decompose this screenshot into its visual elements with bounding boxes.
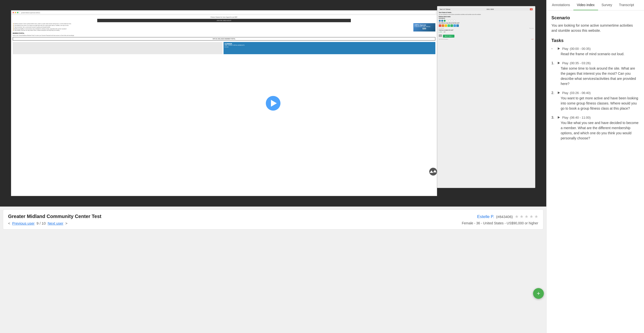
task-item-0: - Play (00:00 - 00:35) Read the frame of… [552,47,639,57]
task-play-btn-2[interactable] [557,91,561,95]
join-btn-sim: JOIN FOR JUNE-AUGUST [97,19,351,22]
task-desc-1: Take some time to look around the site. … [561,66,639,86]
browser-bar: greatermidland.org/virtual-wellness [11,10,437,15]
scenario-heading: Scenario [552,15,639,20]
very-difficult-label: Very difficult [439,27,444,29]
pagination: 9 / 10 [36,221,46,225]
task-play-btn-3[interactable] [557,115,561,119]
task-play-btn-1[interactable] [557,61,561,65]
task-play-icon-0 [558,47,560,50]
task-desc-0: Read the frame of mind scenario out loud… [561,51,639,57]
diff-5[interactable]: 5 [450,24,453,27]
close-dot [13,12,14,13]
maximize-dot [17,12,18,13]
task-time-2: (03:26 - 06:40) [570,91,590,95]
star-5[interactable]: ★ [534,214,538,219]
play-button[interactable] [266,96,280,111]
info-panel: Greater Midland Community Center Test < … [3,209,543,230]
ui-badge: UI [530,8,532,10]
scroll-up-button[interactable] [429,168,437,176]
star-rating[interactable]: ★ ★ ★ ★ ★ [515,214,538,219]
nav-less-than: < [8,221,10,225]
yes-btn[interactable]: ● YES [439,31,442,33]
dot-2 [441,20,443,22]
task-time-3: (06:40 - 11:00) [570,116,590,119]
user-id: (#843406) [496,215,513,219]
dot-3 [444,20,446,22]
prev-task-btn[interactable]: < [439,34,442,37]
task-label-1: Play [562,61,568,65]
task-time-1: (00:35 - 03:26) [570,61,590,65]
task-play-icon-2 [558,91,560,94]
tabs-row: Annotations Video index Survey Transcrip… [546,0,644,10]
diff-2[interactable]: 2 [442,24,444,27]
difficulty-bar: 1 2 3 4 5 6 7 [439,24,534,27]
right-panel: Annotations Video index Survey Transcrip… [546,0,644,333]
dot-5 [448,20,450,22]
task-label-2: Play [562,91,568,95]
tab-video-index[interactable]: Video index [574,0,598,10]
frame-title: Your frame of mind... [439,12,534,13]
nav-sim: < NEXT TASK > [439,34,534,37]
task-row-3: 3. Play (06:40 - 11:00) [552,115,639,119]
dot-4 [446,20,448,22]
task-overlay-panel: Task 2 of 7 (Shrine) 03:31 / 30:00 UI Yo… [437,6,535,188]
task-num-0: - [552,47,555,50]
task-row-2: 2. Play (03:26 - 06:40) [552,91,639,95]
diff-6[interactable]: 6 [454,24,456,27]
video-wrapper: greatermidland.org/virtual-wellness Fitn… [0,0,546,207]
previous-user-link[interactable]: Previous user [12,221,35,225]
video-content: greatermidland.org/virtual-wellness Fitn… [0,0,546,207]
time-limit-label: Time limit: 30 minutes [439,38,448,40]
quit-btn[interactable]: QUIT [531,38,534,40]
task-item-1: 1. Play (00:35 - 03:26) Take some time t… [552,61,639,86]
minimize-dot [15,12,16,13]
complete-label: Could you complete this task? [439,29,534,31]
task-label-0: Play [562,47,568,50]
diff-3[interactable]: 3 [445,24,447,27]
screen-web-content: Fitness Classes for June-August for just… [11,15,437,56]
scenario-text: You are looking for some active summerti… [552,23,639,33]
progress-label: PROGRESS: [439,18,534,19]
user-name-link[interactable]: Estelle P. [477,214,494,219]
dot-6 [451,20,453,22]
navigation-row: < Previous user 9 / 10 Next user > [8,221,102,225]
star-2[interactable]: ★ [520,214,524,219]
perform-label: Perform these tasks: [439,16,534,17]
tasks-heading: Tasks [552,38,639,43]
tab-annotations[interactable]: Annotations [548,0,574,10]
diff-4[interactable]: 4 [448,24,450,27]
next-task-btn[interactable]: NEXT TASK > [443,35,455,37]
task-num-3: 3. [552,115,555,119]
task-item-3: 3. Play (06:40 - 11:00) You like what yo… [552,115,639,141]
dot-1 [439,20,441,22]
next-user-link[interactable]: Next user [48,221,63,225]
tab-survey[interactable]: Survey [598,0,616,10]
timer-display: 03:31 / 30:00 [487,8,494,10]
no-btn[interactable]: ○ NO [443,31,446,33]
user-meta: Female - 36 - United States - US$90,000 … [462,221,538,225]
dot-7 [454,20,456,22]
task-desc-3: You like what you see and have decided t… [561,120,639,141]
diff-1[interactable]: 1 [439,24,441,27]
task-overlay-header: Task 2 of 7 (Shrine) 03:31 / 30:00 UI [439,8,534,11]
info-right: Estelle P. (#843406) ★ ★ ★ ★ ★ Female - … [462,214,538,225]
screen-simulation: greatermidland.org/virtual-wellness Fitn… [11,10,437,196]
star-3[interactable]: ★ [524,214,528,219]
star-1[interactable]: ★ [515,214,519,219]
left-panel: greatermidland.org/virtual-wellness Fitn… [0,0,546,333]
diff-7[interactable]: 7 [456,24,459,27]
study-title: Greater Midland Community Center Test [8,214,102,219]
task-play-btn-0[interactable] [557,47,561,50]
task-num-1: 1. [552,61,555,65]
scenario-overlay-text: You are looking for some active summerti… [439,14,534,15]
task-row-0: - Play (00:00 - 00:35) [552,47,639,50]
task-play-icon-3 [558,116,560,119]
tab-transcript[interactable]: Transcript [616,0,638,10]
progress-dots [439,20,534,22]
very-easy-label: Very easy [530,27,534,29]
star-4[interactable]: ★ [530,214,533,219]
add-button[interactable]: + [533,288,544,299]
chevron-up-icon-2 [433,170,436,172]
difficulty-label: How difficult or easy did you find this … [439,22,534,24]
